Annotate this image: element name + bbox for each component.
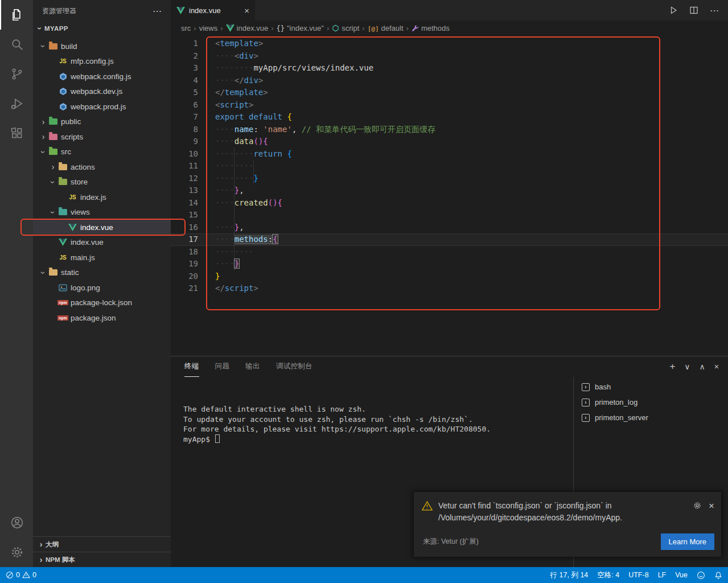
code-line-5[interactable]: 5</template> <box>171 87 728 99</box>
code-line-17[interactable]: 17····methods:{ <box>171 233 728 246</box>
indentation[interactable]: 空格: 4 <box>597 570 619 580</box>
chevron-right-icon[interactable]: › <box>39 117 48 126</box>
code-line-19[interactable]: 19····} <box>171 258 728 270</box>
tree-item-build[interactable]: ›build <box>33 39 171 54</box>
terminal-line: The default interactive shell is now zsh… <box>183 404 573 414</box>
tab-index-vue[interactable]: index.vue × <box>171 0 255 20</box>
activity-account-button[interactable] <box>0 508 33 537</box>
panel-tab-终端[interactable]: 终端 <box>184 356 199 377</box>
tree-item-main.js[interactable]: JSmain.js <box>33 250 171 265</box>
tree-item-webpack.prod.js[interactable]: webpack.prod.js <box>33 99 171 114</box>
code-line-2[interactable]: 2····<div> <box>171 50 728 63</box>
code-line-1[interactable]: 1<template> <box>171 38 728 50</box>
activity-search-button[interactable] <box>0 30 33 59</box>
tree-item-package.json[interactable]: npmpackage.json <box>33 310 171 326</box>
tree-item-actions[interactable]: ›actions <box>33 159 171 175</box>
tree-item-store[interactable]: ›store <box>33 175 171 190</box>
code-line-3[interactable]: 3········myApp/src/views/index.vue <box>171 62 728 75</box>
encoding[interactable]: UTF-8 <box>628 571 648 579</box>
dropdown-icon[interactable]: ∨ <box>684 362 690 371</box>
npm-scripts-section[interactable]: › NPM 脚本 <box>33 552 171 567</box>
chevron-right-icon[interactable]: › <box>39 132 48 141</box>
project-section-header[interactable]: › MYAPP <box>33 22 171 35</box>
vue-icon <box>67 224 78 231</box>
language-mode[interactable]: Vue <box>675 571 688 579</box>
new-terminal-icon[interactable]: + <box>669 361 675 372</box>
chevron-down-icon[interactable]: › <box>48 178 57 187</box>
code-line-18[interactable]: 18········ <box>171 246 728 258</box>
chevron-down-icon[interactable]: › <box>39 147 48 157</box>
close-icon[interactable]: × <box>714 362 719 371</box>
code-line-21[interactable]: 21</script> <box>171 282 728 295</box>
chevron-down-icon[interactable]: › <box>48 208 57 217</box>
breadcrumb-item-default[interactable]: [@]default <box>368 24 404 32</box>
tree-item-logo.png[interactable]: logo.png <box>33 280 171 295</box>
code-line-16[interactable]: 16····}, <box>171 221 728 234</box>
code-line-15[interactable]: 15 <box>171 209 728 221</box>
chevron-right-icon[interactable]: › <box>48 162 57 171</box>
chevron-down-icon[interactable]: › <box>39 268 48 277</box>
tree-item-scripts[interactable]: ›scripts <box>33 129 171 145</box>
tree-item-static[interactable]: ›static <box>33 265 171 281</box>
breadcrumb-item-views[interactable]: views <box>199 24 218 32</box>
code-line-9[interactable]: 9····data(){ <box>171 136 728 148</box>
eol[interactable]: LF <box>658 571 667 579</box>
split-editor-button[interactable] <box>689 6 698 15</box>
terminal-session-bash[interactable]: ›bash <box>574 379 728 395</box>
panel-tab-输出[interactable]: 输出 <box>245 356 260 377</box>
code-line-10[interactable]: 10········return { <box>171 148 728 161</box>
outline-section[interactable]: › 大纲 <box>33 536 171 552</box>
run-button[interactable] <box>669 6 678 15</box>
tree-item-views[interactable]: ›views <box>33 205 171 220</box>
tree-item-index.vue[interactable]: index.vue <box>33 235 171 251</box>
code-line-14[interactable]: 14····created(){ <box>171 197 728 210</box>
code-line-6[interactable]: 6<script> <box>171 99 728 112</box>
cursor-position[interactable]: 行 17, 列 14 <box>550 570 589 580</box>
notification-settings-icon[interactable] <box>693 501 702 510</box>
more-actions-icon[interactable]: ⋯ <box>153 6 162 17</box>
breadcrumb-item-index.vue[interactable]: index.vue <box>226 24 269 32</box>
terminal-icon: › <box>582 383 590 391</box>
code-line-12[interactable]: 12········} <box>171 173 728 185</box>
chevron-down-icon[interactable]: › <box>39 42 48 51</box>
panel-tabs-list: 终端问题输出调试控制台 <box>184 356 328 377</box>
activity-extensions-button[interactable] <box>0 118 33 148</box>
breadcrumb-separator: › <box>362 24 364 32</box>
activity-explorer-button[interactable] <box>0 0 33 30</box>
learn-more-button[interactable]: Learn More <box>661 533 714 550</box>
code-line-8[interactable]: 8····name: 'name', // 和菜单代码一致即可开启页面缓存 <box>171 124 728 136</box>
breadcrumb-item-index.vue[interactable]: {}"index.vue" <box>277 24 324 32</box>
tree-item-mfp.config.js[interactable]: JSmfp.config.js <box>33 54 171 69</box>
code-line-4[interactable]: 4····</div> <box>171 75 728 87</box>
code-line-7[interactable]: 7export default { <box>171 111 728 124</box>
code-line-13[interactable]: 13····}, <box>171 184 728 197</box>
code-editor[interactable]: 1<template>2····<div>3········myApp/src/… <box>171 35 728 356</box>
tree-item-src[interactable]: ›src <box>33 145 171 160</box>
panel-tab-问题[interactable]: 问题 <box>215 356 230 377</box>
breadcrumb-item-methods[interactable]: methods <box>412 24 450 32</box>
code-line-11[interactable]: 11········ <box>171 160 728 173</box>
close-icon[interactable]: × <box>244 6 249 15</box>
activity-source-control-button[interactable] <box>0 59 33 89</box>
tree-item-webpack.dev.js[interactable]: webpack.dev.js <box>33 84 171 100</box>
terminal-session-primeton_server[interactable]: ›primeton_server <box>574 410 728 425</box>
feedback-icon[interactable] <box>697 571 705 580</box>
tree-item-package-lock.json[interactable]: npmpackage-lock.json <box>33 295 171 311</box>
maximize-icon[interactable]: ∧ <box>700 362 705 371</box>
breadcrumb-item-src[interactable]: src <box>181 24 191 32</box>
code-line-20[interactable]: 20} <box>171 270 728 283</box>
tree-item-index.js[interactable]: JSindex.js <box>33 190 171 205</box>
tree-item-public[interactable]: ›public <box>33 114 171 130</box>
line-number: 10 <box>171 148 198 161</box>
panel-tab-调试控制台[interactable]: 调试控制台 <box>276 356 312 377</box>
breadcrumb-item-script[interactable]: script <box>332 24 359 32</box>
tree-item-webpack.config.js[interactable]: webpack.config.js <box>33 69 171 84</box>
problems-indicator[interactable]: 0 0 <box>6 571 36 579</box>
activity-settings-button[interactable] <box>0 537 33 567</box>
notification-close-icon[interactable]: × <box>709 501 714 511</box>
tree-item-index.vue[interactable]: index.vue <box>33 220 171 235</box>
terminal-session-primeton_log[interactable]: ›primeton_log <box>574 395 728 410</box>
more-button[interactable]: ⋯ <box>710 5 719 16</box>
activity-run-debug-button[interactable] <box>0 89 33 118</box>
bell-icon[interactable] <box>714 571 722 580</box>
